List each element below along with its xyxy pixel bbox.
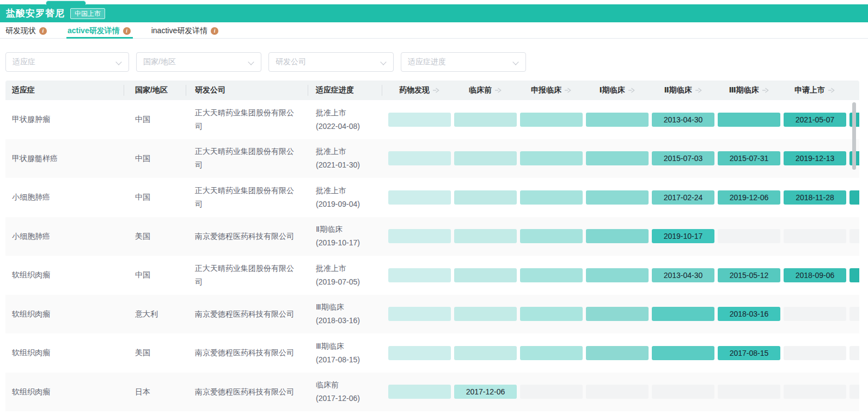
stage-date: (2017-12-06) [316, 392, 382, 405]
company-cell: 南京爱德程医药科技有限公司 [186, 385, 308, 399]
pipeline-table: 适应症 国家/地区 研发公司 适应症进度 药物发现 临床前 申报临床 Ⅰ期临床 [5, 81, 859, 411]
phase-bar [388, 229, 451, 243]
phase-header-track: 药物发现 临床前 申报临床 Ⅰ期临床 Ⅱ期临床 [382, 81, 859, 100]
company-cell: 正大天晴药业集团股份有限公司 [186, 145, 308, 172]
phase-bar [849, 268, 859, 282]
app-window: 盐酸安罗替尼 中国上市 研发现状 i active研发详情 i inactive… [0, 0, 868, 420]
phase-track: 2019-10-17 [382, 217, 859, 256]
phase-bar [388, 190, 451, 205]
phase-bar: 2015-07-31 [718, 151, 780, 165]
tab-label: 研发现状 [5, 26, 36, 36]
phase-bar-empty [784, 307, 846, 321]
phase-bar [388, 268, 451, 282]
phase-track: 2018-03-16 [382, 295, 859, 334]
tab-active-rd-details[interactable]: active研发详情 i [68, 23, 131, 38]
stage-date: (2021-01-30) [316, 158, 382, 172]
phase-bar-empty [849, 229, 859, 243]
phase-bar [849, 190, 859, 205]
phase-bar [586, 268, 649, 282]
filter-stage[interactable]: 适应症进度 [401, 52, 526, 72]
table-row: 软组织肉瘤意大利南京爱德程医药科技有限公司Ⅲ期临床(2018-03-16)201… [5, 295, 859, 334]
stage-date: (2022-04-08) [316, 120, 382, 133]
phase-bar-empty [784, 385, 846, 399]
stage-date: (2019-09-04) [316, 197, 382, 211]
stage-cell: 批准上市(2019-09-04) [308, 184, 382, 211]
phase-header-phase1: Ⅰ期临床 [584, 85, 650, 95]
indication-cell: 小细胞肺癌 [5, 190, 124, 204]
chevron-down-icon [381, 59, 387, 65]
stage-date: (2017-08-15) [316, 353, 382, 367]
phase-bar: 2015-05-12 [718, 268, 780, 282]
phase-bar-empty [849, 385, 859, 399]
table-header: 适应症 国家/地区 研发公司 适应症进度 药物发现 临床前 申报临床 Ⅰ期临床 [5, 81, 859, 100]
country-cell: 日本 [124, 385, 186, 399]
phase-bar [388, 307, 451, 321]
phase-bar-empty [718, 385, 780, 399]
stage-name: 临床前 [316, 378, 382, 392]
info-icon[interactable]: i [39, 27, 47, 35]
filter-placeholder: 国家/地区 [143, 57, 176, 67]
indication-cell: 甲状腺髓样癌 [5, 152, 124, 165]
phase-bar [454, 346, 517, 360]
vertical-scrollbar-thumb[interactable] [852, 102, 856, 170]
phase-bar: 2017-08-15 [718, 346, 780, 360]
header-indication: 适应症 [5, 81, 124, 100]
country-cell: 中国 [124, 113, 186, 126]
phase-header-phase3: Ⅲ期临床 [716, 85, 782, 95]
title-bar: 盐酸安罗替尼 中国上市 [0, 4, 868, 22]
filter-indication[interactable]: 适应症 [5, 52, 129, 72]
table-body: 甲状腺肿瘤中国正大天晴药业集团股份有限公司批准上市(2022-04-08)201… [5, 100, 859, 411]
company-cell: 正大天晴药业集团股份有限公司 [186, 106, 308, 133]
stage-cell: 批准上市(2022-04-08) [308, 106, 382, 133]
phase-bar [388, 151, 451, 165]
phase-bar-empty [849, 307, 859, 321]
indication-cell: 甲状腺肿瘤 [5, 113, 124, 126]
arrow-right-icon [695, 88, 702, 93]
phase-bar-empty [718, 229, 780, 243]
phase-bar: 2019-12-06 [718, 190, 780, 205]
phase-header-nda: 申请上市 [782, 85, 848, 95]
phase-bar [718, 113, 780, 127]
phase-bar [454, 307, 517, 321]
tab-inactive-rd-details[interactable]: inactive研发详情 i [151, 23, 218, 38]
indication-cell: 软组织肉瘤 [5, 385, 124, 399]
header-stage: 适应症进度 [308, 81, 382, 100]
phase-bar-empty [849, 346, 859, 360]
arrow-right-icon [494, 88, 502, 93]
tab-rd-status[interactable]: 研发现状 i [5, 23, 47, 38]
arrow-right-icon [628, 88, 635, 93]
filter-company[interactable]: 研发公司 [268, 52, 394, 72]
phase-header-discovery: 药物发现 [387, 85, 453, 95]
tabs-bar: 研发现状 i active研发详情 i inactive研发详情 i [0, 22, 868, 39]
stage-cell: Ⅲ期临床(2018-03-16) [308, 300, 382, 328]
stage-name: Ⅲ期临床 [316, 300, 382, 314]
header-company: 研发公司 [186, 81, 308, 100]
stage-cell: 批准上市(2021-01-30) [308, 145, 382, 172]
phase-bar [520, 229, 583, 243]
phase-bar [520, 151, 583, 165]
arrow-right-icon [432, 88, 440, 93]
stage-date: (2019-07-05) [316, 275, 382, 289]
chevron-down-icon [513, 59, 519, 65]
phase-header-preclinical: 临床前 [453, 85, 518, 95]
top-strip [0, 0, 868, 4]
phase-bar: 2013-04-30 [652, 268, 714, 282]
filter-country[interactable]: 国家/地区 [136, 52, 261, 72]
country-cell: 美国 [124, 230, 186, 243]
info-icon[interactable]: i [211, 27, 218, 35]
indication-cell: 软组织肉瘤 [5, 346, 124, 360]
company-cell: 南京爱德程医药科技有限公司 [186, 307, 308, 321]
indication-cell: 软组织肉瘤 [5, 307, 124, 321]
phase-bar [652, 307, 714, 321]
country-cell: 意大利 [124, 307, 186, 321]
phase-bar-empty [586, 385, 649, 399]
stage-cell: Ⅱ期临床(2019-10-17) [308, 223, 382, 250]
table-row: 软组织肉瘤中国正大天晴药业集团股份有限公司批准上市(2019-07-05)201… [5, 256, 859, 295]
info-icon[interactable]: i [123, 27, 131, 35]
phase-bar [652, 346, 714, 360]
phase-bar-empty [784, 229, 846, 243]
phase-bar: 2018-11-28 [784, 190, 846, 205]
phase-bar: 2017-02-24 [652, 190, 714, 205]
phase-bar [520, 190, 583, 205]
table-row: 小细胞肺癌中国正大天晴药业集团股份有限公司批准上市(2019-09-04)201… [5, 178, 859, 217]
